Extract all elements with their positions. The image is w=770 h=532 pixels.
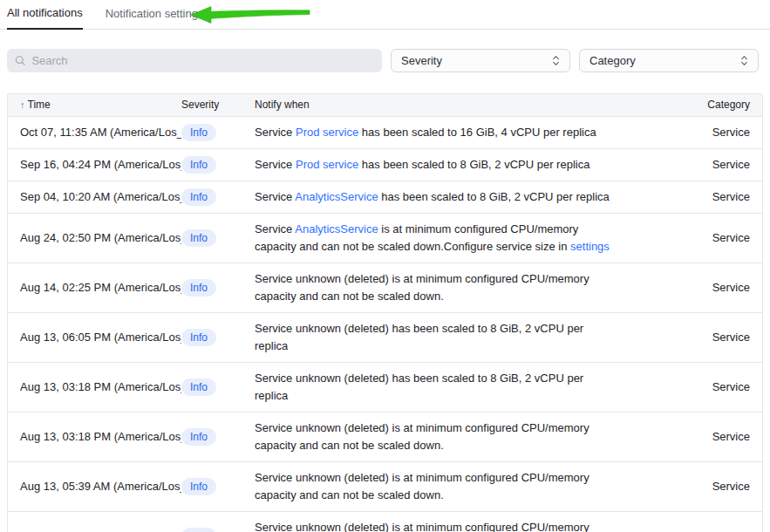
message-text: Service unknown (deleted) is at minimum … [255, 272, 589, 303]
severity-badge: Info [181, 188, 216, 206]
message-text: Service unknown (deleted) has been scale… [255, 322, 583, 352]
row-severity: Info [181, 263, 255, 312]
notify-message: Service unknown (deleted) is at minimum … [255, 461, 645, 511]
table-header-row: ↑Time Severity Notify when Category [8, 94, 762, 116]
severity-badge: Info [181, 379, 216, 396]
table-row: Oct 07, 11:35 AM (America/Los_…InfoServi… [8, 116, 762, 148]
row-time: Sep 16, 04:24 PM (America/Los_… [8, 148, 181, 181]
row-time: Oct 07, 11:35 AM (America/Los_… [8, 116, 181, 148]
severity-badge: Info [181, 478, 216, 495]
row-category: Service [645, 362, 762, 412]
category-select-label: Category [589, 54, 636, 67]
message-link[interactable]: Prod service [296, 158, 358, 171]
chevron-up-down-icon [550, 54, 562, 67]
notifications-table: ↑Time Severity Notify when Category Oct … [7, 93, 763, 532]
row-severity: Info [181, 148, 255, 181]
row-severity: Info [181, 181, 255, 213]
row-time: Aug 13, 03:18 PM (America/Los_… [8, 362, 181, 412]
sort-ascending-icon: ↑ [20, 99, 25, 110]
message-text: has been scaled to 16 GiB, 4 vCPU per re… [358, 126, 596, 139]
tab-all-notifications[interactable]: All notifications [7, 0, 83, 30]
table-row: Sep 04, 10:20 AM (America/Los_…InfoServi… [8, 181, 762, 213]
row-severity: Info [181, 312, 255, 362]
message-link[interactable]: AnalyticsService [295, 222, 378, 235]
row-severity: Info [181, 412, 255, 461]
table-row: Aug 13, 05:39 AM (America/Los_…InfoServi… [8, 461, 762, 511]
row-severity: Info [181, 362, 255, 412]
search-input[interactable] [31, 54, 374, 67]
table-row: Aug 13, 05:35 AM (America/Los_…InfoServi… [8, 511, 762, 532]
notify-message: Service unknown (deleted) is at minimum … [255, 263, 645, 312]
row-time: Aug 13, 05:35 AM (America/Los_… [8, 511, 181, 532]
message-text: has been scaled to 8 GiB, 2 vCPU per rep… [378, 190, 610, 203]
notify-message: Service unknown (deleted) is at minimum … [255, 412, 645, 461]
message-text: Service unknown (deleted) is at minimum … [255, 421, 589, 452]
message-link[interactable]: AnalyticsService [295, 190, 378, 203]
column-header-severity: Severity [181, 94, 255, 116]
row-time: Aug 14, 02:25 PM (America/Los_… [8, 263, 181, 312]
row-category: Service [645, 412, 762, 461]
row-severity: Info [181, 213, 255, 263]
message-text: Service unknown (deleted) is at minimum … [255, 521, 589, 532]
row-category: Service [645, 213, 762, 263]
message-link[interactable]: settings [570, 240, 610, 253]
row-time: Aug 13, 05:39 AM (America/Los_… [8, 461, 181, 511]
column-header-time[interactable]: ↑Time [8, 94, 181, 116]
row-category: Service [645, 461, 762, 511]
row-category: Service [645, 511, 762, 532]
green-arrow-annotation-icon [190, 5, 310, 24]
severity-select-label: Severity [401, 54, 442, 67]
severity-badge: Info [181, 124, 216, 141]
column-header-time-label: Time [28, 99, 51, 111]
notify-message: Service AnalyticsService has been scaled… [255, 181, 645, 213]
tab-notification-settings[interactable]: Notification settings [106, 0, 204, 29]
table-row: Aug 24, 02:50 PM (America/Los_…InfoServi… [8, 213, 762, 263]
notify-message: Service Prod service has been scaled to … [255, 148, 645, 181]
table-row: Sep 16, 04:24 PM (America/Los_…InfoServi… [8, 148, 762, 181]
message-link[interactable]: Prod service [296, 126, 358, 139]
severity-select[interactable]: Severity [391, 49, 570, 72]
severity-badge: Info [181, 528, 216, 532]
notify-message: Service Prod service has been scaled to … [255, 116, 645, 148]
message-text: has been scaled to 8 GiB, 2 vCPU per rep… [358, 158, 589, 171]
row-time: Aug 13, 06:05 PM (America/Los_… [8, 312, 181, 362]
notify-message: Service unknown (deleted) has been scale… [255, 312, 645, 362]
column-header-category: Category [645, 94, 762, 116]
row-time: Aug 24, 02:50 PM (America/Los_… [8, 213, 181, 263]
row-time: Aug 13, 03:18 PM (America/Los_… [8, 412, 181, 461]
row-category: Service [645, 116, 762, 148]
row-time: Sep 04, 10:20 AM (America/Los_… [8, 181, 181, 213]
table-body: Oct 07, 11:35 AM (America/Los_…InfoServi… [8, 116, 762, 532]
severity-badge: Info [181, 428, 216, 446]
table-row: Aug 13, 03:18 PM (America/Los_…InfoServi… [8, 362, 762, 412]
row-category: Service [645, 263, 762, 312]
table-row: Aug 13, 03:18 PM (America/Los_…InfoServi… [8, 412, 762, 461]
message-text: Service unknown (deleted) has been scale… [255, 372, 583, 402]
notify-message: Service unknown (deleted) is at minimum … [255, 511, 645, 532]
severity-badge: Info [181, 156, 216, 174]
category-select[interactable]: Category [579, 49, 759, 72]
search-icon [15, 55, 25, 66]
tabs-bar: All notifications Notification settings [0, 0, 770, 30]
message-text: Service [255, 126, 296, 139]
notify-message: Service unknown (deleted) has been scale… [255, 362, 645, 412]
column-header-notify-when: Notify when [255, 94, 645, 116]
message-text: Service [255, 190, 295, 203]
row-severity: Info [181, 511, 255, 532]
row-severity: Info [181, 461, 255, 511]
search-box[interactable] [7, 49, 382, 72]
row-severity: Info [181, 116, 255, 148]
chevron-up-down-icon [739, 54, 750, 67]
severity-badge: Info [181, 329, 216, 346]
notify-message: Service AnalyticsService is at minimum c… [255, 213, 645, 263]
severity-badge: Info [181, 229, 216, 247]
severity-badge: Info [181, 279, 216, 297]
row-category: Service [645, 181, 762, 213]
message-text: Service unknown (deleted) is at minimum … [255, 471, 589, 501]
table-row: Aug 14, 02:25 PM (America/Los_…InfoServi… [8, 263, 762, 312]
row-category: Service [645, 148, 762, 181]
message-text: Service [255, 222, 295, 235]
row-category: Service [645, 312, 762, 362]
filter-bar: Severity Category [7, 49, 763, 72]
table-row: Aug 13, 06:05 PM (America/Los_…InfoServi… [8, 312, 762, 362]
